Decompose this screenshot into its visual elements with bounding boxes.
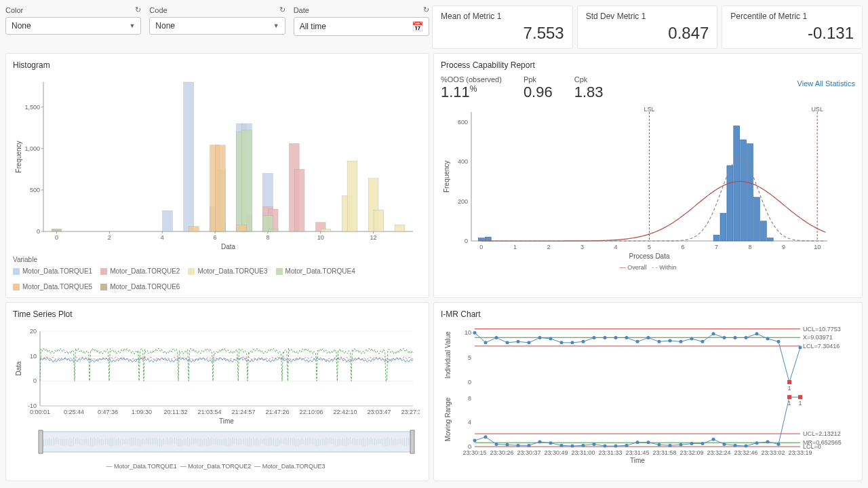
svg-rect-26 <box>163 210 173 231</box>
color-dropdown[interactable]: None ▼ <box>5 17 141 35</box>
svg-rect-75 <box>485 237 491 241</box>
pcr-title: Process Capability Report <box>441 60 855 70</box>
svg-point-340 <box>669 339 672 342</box>
svg-point-387 <box>723 443 726 446</box>
svg-point-346 <box>734 336 737 339</box>
svg-point-382 <box>669 444 672 447</box>
svg-rect-36 <box>294 169 304 231</box>
svg-text:LSL: LSL <box>644 106 654 113</box>
svg-text:23:32:09: 23:32:09 <box>679 449 703 456</box>
svg-rect-76 <box>713 235 719 241</box>
svg-point-385 <box>701 442 705 445</box>
svg-text:23:30:26: 23:30:26 <box>490 449 513 456</box>
svg-text:UCL=2.13212: UCL=2.13212 <box>803 430 841 437</box>
svg-text:22:10:06: 22:10:06 <box>299 409 323 415</box>
chevron-down-icon: ▼ <box>273 22 279 29</box>
svg-text:500: 500 <box>30 187 40 193</box>
svg-text:0: 0 <box>479 244 483 250</box>
svg-point-388 <box>734 444 737 447</box>
svg-text:23:33:02: 23:33:02 <box>761 449 785 456</box>
svg-rect-351 <box>787 380 791 384</box>
svg-text:Process Data: Process Data <box>629 252 669 260</box>
pcr-panel: Process Capability Report %OOS (observed… <box>433 53 863 298</box>
imr-title: I-MR Chart <box>441 309 855 319</box>
svg-text:9: 9 <box>782 244 785 250</box>
svg-point-366 <box>495 443 498 446</box>
timeseries-title: Time Series Plot <box>13 309 422 319</box>
svg-point-342 <box>690 337 694 341</box>
svg-rect-53 <box>237 225 247 231</box>
svg-rect-314 <box>39 430 43 453</box>
view-all-stats-link[interactable]: View All Statistics <box>797 79 855 88</box>
svg-text:23:31:58: 23:31:58 <box>652 449 676 456</box>
date-dropdown[interactable]: All time 📅 <box>294 17 429 36</box>
refresh-icon[interactable]: ↻ <box>279 5 285 14</box>
svg-text:Moving Range: Moving Range <box>444 397 452 441</box>
svg-text:USL: USL <box>811 106 823 113</box>
svg-text:23:30:37: 23:30:37 <box>517 449 540 456</box>
svg-text:Time: Time <box>630 457 645 464</box>
svg-text:8: 8 <box>266 234 269 241</box>
chevron-down-icon: ▼ <box>129 22 135 29</box>
svg-point-367 <box>506 443 509 447</box>
svg-rect-38 <box>321 229 331 231</box>
svg-text:23:03:47: 23:03:47 <box>367 409 391 415</box>
svg-rect-393 <box>787 395 791 399</box>
svg-rect-79 <box>734 126 740 241</box>
svg-text:X=9.03971: X=9.03971 <box>803 334 833 341</box>
svg-text:6: 6 <box>214 234 217 241</box>
svg-text:8: 8 <box>749 244 752 250</box>
svg-rect-82 <box>754 198 760 241</box>
histogram-chart: 05001,0001,500024681012DataFrequency <box>13 75 420 252</box>
svg-text:23:32:24: 23:32:24 <box>707 449 730 456</box>
svg-point-372 <box>560 444 564 447</box>
svg-text:21:47:26: 21:47:26 <box>265 409 289 415</box>
svg-point-339 <box>658 340 661 343</box>
svg-text:10: 10 <box>465 329 471 336</box>
svg-text:23:32:46: 23:32:46 <box>734 449 757 456</box>
svg-rect-81 <box>747 144 753 241</box>
svg-point-334 <box>604 336 607 339</box>
svg-text:Individual Value: Individual Value <box>444 331 452 379</box>
svg-text:10: 10 <box>317 234 324 241</box>
svg-point-381 <box>658 443 661 447</box>
svg-rect-49 <box>268 229 278 231</box>
svg-text:7: 7 <box>715 244 718 250</box>
filter-color: Color ↻ None ▼ <box>5 5 141 49</box>
svg-text:6: 6 <box>682 244 685 250</box>
svg-text:23:31:00: 23:31:00 <box>571 449 595 456</box>
svg-text:1,000: 1,000 <box>24 145 40 152</box>
imr-panel: I-MR Chart 05101UCL=10.7753X=9.03971LCL=… <box>433 302 863 481</box>
svg-text:0: 0 <box>465 238 468 244</box>
svg-point-337 <box>636 340 639 343</box>
metric-std: Std Dev Metric 1 0.847 <box>577 5 718 49</box>
svg-point-323 <box>484 341 488 344</box>
svg-point-327 <box>528 341 531 344</box>
svg-point-386 <box>712 438 715 441</box>
svg-text:20:11:32: 20:11:32 <box>163 409 187 415</box>
svg-text:0:47:36: 0:47:36 <box>98 409 118 415</box>
svg-text:1: 1 <box>513 244 517 250</box>
svg-text:22:42:10: 22:42:10 <box>333 409 357 415</box>
svg-rect-77 <box>720 213 726 241</box>
svg-point-364 <box>473 439 477 443</box>
svg-point-324 <box>495 336 498 339</box>
code-dropdown[interactable]: None ▼ <box>149 17 285 35</box>
filter-date-label: Date <box>294 6 309 14</box>
svg-rect-52 <box>215 145 225 231</box>
svg-text:0: 0 <box>55 234 58 241</box>
svg-rect-54 <box>52 229 62 231</box>
svg-text:12: 12 <box>370 234 377 241</box>
pcr-legend: — Overall - - Within <box>441 264 855 271</box>
refresh-icon[interactable]: ↻ <box>423 5 429 14</box>
svg-text:10: 10 <box>814 244 821 250</box>
svg-text:1: 1 <box>787 400 791 407</box>
timeseries-minimap[interactable] <box>13 426 420 460</box>
svg-text:Data: Data <box>221 243 236 250</box>
svg-text:0: 0 <box>33 377 37 384</box>
refresh-icon[interactable]: ↻ <box>135 5 141 14</box>
svg-rect-40 <box>347 161 357 231</box>
svg-point-378 <box>625 444 629 447</box>
svg-point-370 <box>538 440 542 443</box>
svg-text:1: 1 <box>787 385 791 392</box>
